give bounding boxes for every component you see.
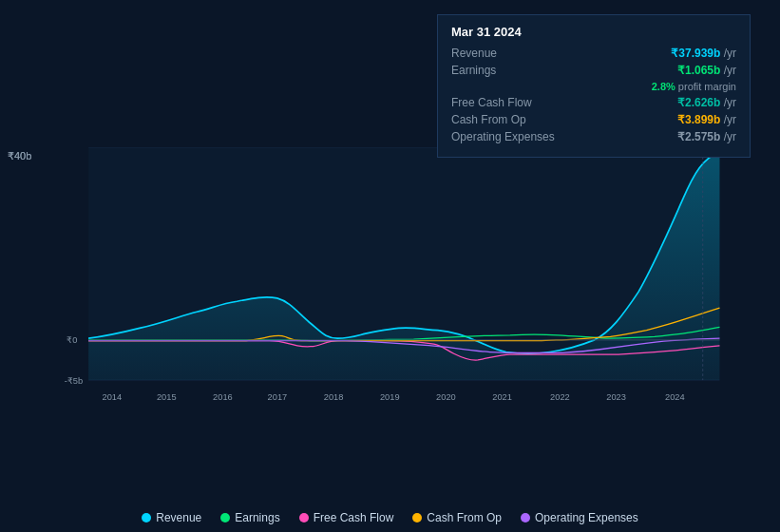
tooltip-value-earnings: ₹1.065b /yr [677, 64, 736, 77]
tooltip-row-margin: 2.8% profit margin [451, 81, 736, 92]
tooltip-margin-text: 2.8% profit margin [652, 81, 736, 92]
legend-item-fcf[interactable]: Free Cash Flow [299, 511, 394, 524]
legend-item-cashop[interactable]: Cash From Op [412, 511, 502, 524]
legend-dot-cashop [412, 513, 422, 522]
legend-label-opex: Operating Expenses [535, 511, 638, 524]
tooltip: Mar 31 2024 Revenue ₹37.939b /yr Earning… [437, 14, 751, 158]
y-axis-40b: ₹40b [8, 150, 31, 162]
svg-text:2020: 2020 [436, 392, 456, 402]
svg-text:₹0: ₹0 [67, 335, 77, 345]
legend-dot-earnings [220, 513, 230, 522]
tooltip-label-cashop: Cash From Op [451, 113, 565, 126]
chart-svg: ₹0 -₹5b 2014 2015 2016 2017 2018 2019 20… [0, 147, 780, 484]
svg-text:2017: 2017 [268, 392, 288, 402]
tooltip-row-fcf: Free Cash Flow ₹2.626b /yr [451, 96, 736, 109]
svg-text:2015: 2015 [157, 392, 177, 402]
chart-container: Mar 31 2024 Revenue ₹37.939b /yr Earning… [0, 0, 780, 532]
tooltip-value-opex: ₹2.575b /yr [677, 130, 736, 143]
tooltip-value-revenue: ₹37.939b /yr [671, 47, 736, 60]
svg-text:2023: 2023 [606, 392, 626, 402]
tooltip-row-revenue: Revenue ₹37.939b /yr [451, 47, 736, 60]
tooltip-value-cashop: ₹3.899b /yr [677, 113, 736, 126]
legend-item-earnings[interactable]: Earnings [220, 511, 279, 524]
tooltip-label-earnings: Earnings [451, 64, 565, 77]
svg-text:2019: 2019 [380, 392, 400, 402]
svg-text:-₹5b: -₹5b [65, 376, 83, 386]
tooltip-row-earnings: Earnings ₹1.065b /yr [451, 64, 736, 77]
legend-label-fcf: Free Cash Flow [314, 511, 394, 524]
svg-text:2021: 2021 [492, 392, 512, 402]
tooltip-value-fcf: ₹2.626b /yr [677, 96, 736, 109]
svg-text:2024: 2024 [665, 392, 685, 402]
chart-legend: Revenue Earnings Free Cash Flow Cash Fro… [0, 511, 780, 524]
tooltip-row-cashop: Cash From Op ₹3.899b /yr [451, 113, 736, 126]
tooltip-row-opex: Operating Expenses ₹2.575b /yr [451, 130, 736, 143]
tooltip-title: Mar 31 2024 [451, 25, 736, 39]
legend-dot-opex [521, 513, 530, 522]
legend-item-revenue[interactable]: Revenue [142, 511, 201, 524]
tooltip-label-fcf: Free Cash Flow [451, 96, 565, 109]
svg-text:2016: 2016 [213, 392, 233, 402]
legend-dot-fcf [299, 513, 309, 522]
svg-text:2018: 2018 [324, 392, 344, 402]
legend-label-cashop: Cash From Op [427, 511, 502, 524]
tooltip-label-opex: Operating Expenses [451, 130, 565, 143]
legend-dot-revenue [142, 513, 151, 522]
legend-label-revenue: Revenue [156, 511, 201, 524]
legend-label-earnings: Earnings [235, 511, 279, 524]
svg-text:2022: 2022 [550, 392, 570, 402]
legend-item-opex[interactable]: Operating Expenses [521, 511, 638, 524]
tooltip-label-revenue: Revenue [451, 47, 565, 60]
svg-text:2014: 2014 [102, 392, 122, 402]
